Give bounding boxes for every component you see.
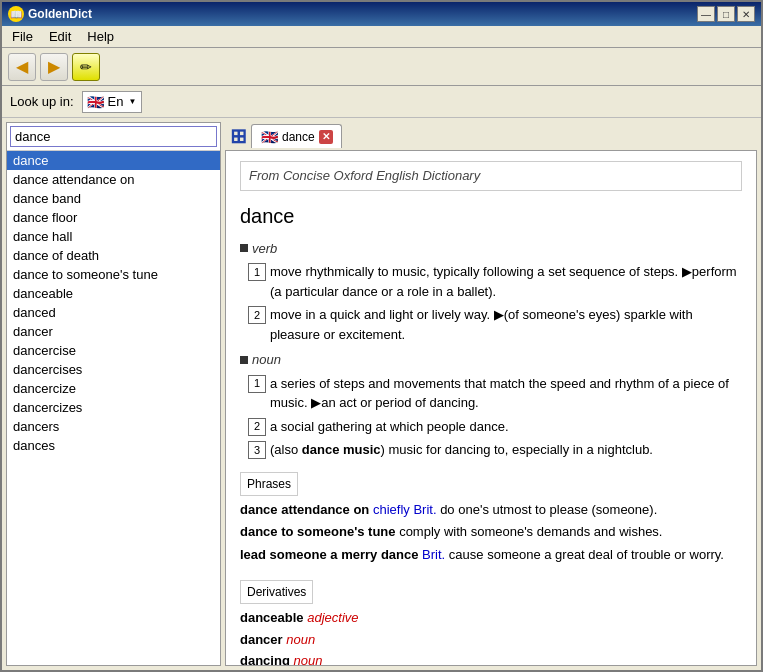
- lookup-bar: Look up in: 🇬🇧 En ▼: [2, 86, 761, 118]
- pos-square-icon: [240, 244, 248, 252]
- list-item[interactable]: dance band: [7, 189, 220, 208]
- search-container: [7, 123, 220, 151]
- list-item[interactable]: dance to someone's tune: [7, 265, 220, 284]
- word-list: dance dance attendance on dance band dan…: [7, 151, 220, 665]
- app-window: 📖 GoldenDict — □ ✕ File Edit Help ◀ ▶ ✏ …: [0, 0, 763, 672]
- def-number: 2: [248, 306, 266, 324]
- list-item[interactable]: dance hall: [7, 227, 220, 246]
- list-item[interactable]: dancercises: [7, 360, 220, 379]
- list-item[interactable]: dancers: [7, 417, 220, 436]
- noun-definitions: 1 a series of steps and movements that m…: [248, 374, 742, 460]
- list-item[interactable]: dance floor: [7, 208, 220, 227]
- deriv-item: dancing noun: [240, 651, 742, 666]
- search-input[interactable]: [10, 126, 217, 147]
- add-tab-button[interactable]: ⊞: [227, 125, 249, 147]
- list-item[interactable]: dancercise: [7, 341, 220, 360]
- menu-bar: File Edit Help: [2, 26, 761, 48]
- def-text: move rhythmically to music, typically fo…: [270, 262, 742, 301]
- def-text: a social gathering at which people dance…: [270, 417, 742, 437]
- def-number: 3: [248, 441, 266, 459]
- tab-flag-icon: 🇬🇧: [260, 131, 278, 143]
- def-number: 1: [248, 263, 266, 281]
- verb-definitions: 1 move rhythmically to music, typically …: [248, 262, 742, 344]
- tab-bar: ⊞ 🇬🇧 dance ✕: [225, 122, 757, 150]
- phrase-item: dance to someone's tune comply with some…: [240, 522, 742, 542]
- def-item: 1 move rhythmically to music, typically …: [248, 262, 742, 301]
- language-selector[interactable]: 🇬🇧 En ▼: [82, 91, 142, 113]
- forward-icon: ▶: [48, 57, 60, 76]
- edit-menu[interactable]: Edit: [43, 27, 77, 46]
- lookup-label: Look up in:: [10, 94, 74, 109]
- maximize-button[interactable]: □: [717, 6, 735, 22]
- def-number: 1: [248, 375, 266, 393]
- def-item: 3 (also dance music) music for dancing t…: [248, 440, 742, 460]
- file-menu[interactable]: File: [6, 27, 39, 46]
- close-button[interactable]: ✕: [737, 6, 755, 22]
- tab-label: dance: [282, 130, 315, 144]
- title-bar-left: 📖 GoldenDict: [8, 6, 92, 22]
- right-panel: ⊞ 🇬🇧 dance ✕ From Concise Oxford English…: [225, 122, 757, 666]
- minimize-button[interactable]: —: [697, 6, 715, 22]
- edit-button[interactable]: ✏: [72, 53, 100, 81]
- title-buttons: — □ ✕: [697, 6, 755, 22]
- window-title: GoldenDict: [28, 7, 92, 21]
- list-item[interactable]: dance: [7, 151, 220, 170]
- app-icon: 📖: [8, 6, 24, 22]
- main-content: dance dance attendance on dance band dan…: [2, 118, 761, 670]
- def-item: 2 a social gathering at which people dan…: [248, 417, 742, 437]
- list-item[interactable]: danced: [7, 303, 220, 322]
- pos-verb-text: verb: [252, 239, 277, 259]
- list-item[interactable]: dancercize: [7, 379, 220, 398]
- def-item: 1 a series of steps and movements that m…: [248, 374, 742, 413]
- pos-noun-label: noun: [240, 350, 742, 370]
- list-item[interactable]: dance of death: [7, 246, 220, 265]
- lang-code: En: [108, 94, 124, 109]
- dictionary-source: From Concise Oxford English Dictionary: [240, 161, 742, 191]
- back-button[interactable]: ◀: [8, 53, 36, 81]
- list-item[interactable]: dancercizes: [7, 398, 220, 417]
- deriv-item: danceable adjective: [240, 608, 742, 628]
- tab-dance[interactable]: 🇬🇧 dance ✕: [251, 124, 342, 148]
- word-list-panel: dance dance attendance on dance band dan…: [6, 122, 221, 666]
- edit-icon: ✏: [80, 59, 92, 75]
- lang-flag: 🇬🇧: [87, 96, 105, 108]
- deriv-item: dancer noun: [240, 630, 742, 650]
- help-menu[interactable]: Help: [81, 27, 120, 46]
- list-item[interactable]: danceable: [7, 284, 220, 303]
- dictionary-content: From Concise Oxford English Dictionary d…: [225, 150, 757, 666]
- add-icon: ⊞: [230, 124, 247, 148]
- title-bar: 📖 GoldenDict — □ ✕: [2, 2, 761, 26]
- toolbar: ◀ ▶ ✏: [2, 48, 761, 86]
- dropdown-arrow-icon: ▼: [129, 97, 137, 106]
- phrase-item: dance attendance on chiefly Brit. do one…: [240, 500, 742, 520]
- pos-square-icon: [240, 356, 248, 364]
- list-item[interactable]: dances: [7, 436, 220, 455]
- pos-noun-text: noun: [252, 350, 281, 370]
- def-text: a series of steps and movements that mat…: [270, 374, 742, 413]
- tab-close-button[interactable]: ✕: [319, 130, 333, 144]
- list-item[interactable]: dance attendance on: [7, 170, 220, 189]
- back-icon: ◀: [16, 57, 28, 76]
- headword: dance: [240, 201, 742, 231]
- phrases-header: Phrases: [240, 472, 298, 496]
- pos-verb-label: verb: [240, 239, 742, 259]
- phrase-item: lead someone a merry dance Brit. cause s…: [240, 545, 742, 565]
- list-item[interactable]: dancer: [7, 322, 220, 341]
- def-text: move in a quick and light or lively way.…: [270, 305, 742, 344]
- def-text: (also dance music) music for dancing to,…: [270, 440, 742, 460]
- derivatives-header: Derivatives: [240, 580, 313, 604]
- forward-button[interactable]: ▶: [40, 53, 68, 81]
- def-item: 2 move in a quick and light or lively wa…: [248, 305, 742, 344]
- def-number: 2: [248, 418, 266, 436]
